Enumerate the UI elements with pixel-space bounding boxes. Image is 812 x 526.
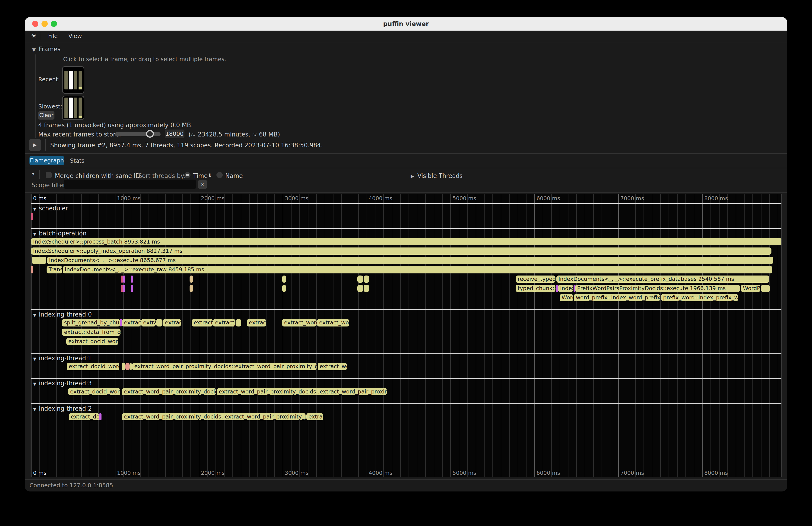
scope-bar[interactable] <box>123 285 125 292</box>
scope-bar[interactable]: extra <box>141 319 156 326</box>
scope-bar[interactable] <box>31 213 33 220</box>
scope-bar[interactable] <box>364 276 369 283</box>
thread-header-batch-operation[interactable]: ▼batch-operation <box>33 229 87 238</box>
max-frames-slider-knob[interactable] <box>146 130 154 138</box>
frame-bar[interactable] <box>74 98 77 118</box>
scope-bar[interactable] <box>99 413 102 420</box>
thread-header-indexing-thread:1[interactable]: ▼indexing-thread:1 <box>33 354 92 363</box>
recent-frames-thumbnail[interactable] <box>62 66 84 93</box>
scope-bar[interactable]: extract_word_pair_proximity_docids::extr… <box>217 388 387 395</box>
scope-bar[interactable] <box>121 276 123 283</box>
sort-time-radio[interactable] <box>185 172 191 178</box>
clear-filter-button[interactable]: x <box>198 179 207 189</box>
scope-bar[interactable] <box>190 276 193 283</box>
scope-bar[interactable]: split_grenad_by_chun <box>62 319 120 326</box>
frame-bar-selected[interactable] <box>69 71 73 89</box>
scope-bar[interactable]: extract_doc <box>69 413 99 420</box>
thread-header-indexing-thread:0[interactable]: ▼indexing-thread:0 <box>33 310 92 319</box>
scope-bar[interactable] <box>761 285 770 292</box>
tab-flamegraph[interactable]: Flamegraph <box>29 156 64 165</box>
scope-bar[interactable] <box>357 276 363 283</box>
scope-bar[interactable]: WordPr <box>741 285 760 292</box>
sort-direction-icon[interactable]: ⬇ <box>208 172 212 178</box>
frame-bar[interactable] <box>64 71 68 89</box>
scope-bar[interactable]: extract_docid_word <box>68 388 120 395</box>
thread-header-indexing-thread:2[interactable]: ▼indexing-thread:2 <box>33 404 92 413</box>
theme-toggle-icon[interactable]: ☀ <box>31 32 37 39</box>
visible-threads-header[interactable]: Visible Threads <box>417 172 463 179</box>
scope-bar[interactable] <box>190 285 193 292</box>
scope-bar[interactable]: Word <box>560 294 573 301</box>
scope-bar[interactable] <box>236 319 241 326</box>
frame-bar[interactable] <box>64 98 68 118</box>
scope-filter-input[interactable] <box>64 179 196 189</box>
scope-bar[interactable] <box>31 266 33 273</box>
menu-file[interactable]: File <box>48 33 58 39</box>
scope-bar[interactable] <box>282 276 286 283</box>
scope-bar[interactable] <box>156 319 162 326</box>
scope-bar[interactable]: PrefixWordPairsProximityDocids::execute … <box>575 285 740 292</box>
scope-bar[interactable] <box>364 285 369 292</box>
frame-bar[interactable] <box>78 71 82 89</box>
slowest-frames-thumbnail[interactable] <box>62 96 84 120</box>
scope-bar[interactable]: extrac <box>306 413 323 420</box>
scope-bar[interactable]: extract_ <box>192 319 213 326</box>
scope-bar[interactable]: IndexScheduler>::apply_index_operation 8… <box>31 247 772 255</box>
scope-bar[interactable]: extract_docid_word <box>67 363 119 370</box>
scope-bar[interactable] <box>556 285 558 292</box>
scope-bar[interactable]: extract_wo <box>318 363 347 370</box>
scope-bar[interactable]: IndexDocuments<_, _>::execute_prefix_dat… <box>556 276 770 283</box>
scope-bar[interactable]: extract <box>122 319 141 326</box>
scope-bar[interactable]: extrac <box>163 319 181 326</box>
scope-bar[interactable]: extract_word_pair_proximity_docids::extr… <box>122 413 306 420</box>
help-button[interactable]: ? <box>31 172 34 179</box>
scope-bar[interactable]: Trans <box>47 266 62 273</box>
scope-bar[interactable] <box>130 363 132 370</box>
scope-bar[interactable]: receive_typed_ <box>516 276 555 283</box>
visible-threads-triangle[interactable]: ▶ <box>411 172 414 179</box>
scope-bar[interactable] <box>282 285 286 292</box>
scope-bar[interactable]: extract_word <box>282 319 317 326</box>
frames-header[interactable]: Frames <box>39 46 60 53</box>
sort-time-label[interactable]: Time <box>193 172 208 179</box>
scope-bar[interactable]: word_prefix::index_word_prefix_ <box>574 294 660 301</box>
play-button[interactable]: ▶ <box>29 139 41 151</box>
frame-bar-selected[interactable] <box>69 98 73 118</box>
scope-bar[interactable] <box>123 276 125 283</box>
sort-name-label[interactable]: Name <box>225 172 243 179</box>
scope-bar[interactable]: extract_word_pair_proximity_docids::extr… <box>132 363 317 370</box>
scope-bar[interactable] <box>120 319 122 326</box>
max-frames-value[interactable]: 18000 <box>165 130 185 138</box>
clear-button[interactable]: Clear <box>38 111 54 120</box>
scope-bar[interactable] <box>121 285 123 292</box>
scope-bar[interactable] <box>131 285 133 292</box>
scope-bar[interactable]: typed_chunk::w <box>516 285 555 292</box>
scope-bar[interactable]: extract_word_pair_proximity_docids <box>122 388 216 395</box>
flamegraph-canvas[interactable]: 0 ms0 ms1000 ms1000 ms2000 ms2000 ms3000… <box>31 194 782 478</box>
frames-collapse-triangle[interactable]: ▼ <box>32 46 36 53</box>
frame-bar[interactable] <box>78 98 82 118</box>
merge-children-label[interactable]: Merge children with same ID <box>55 172 140 179</box>
scope-bar[interactable]: prefix_word::index_prefix_wo <box>661 294 738 301</box>
thread-header-scheduler[interactable]: ▼scheduler <box>33 204 68 213</box>
merge-children-checkbox[interactable] <box>46 172 52 178</box>
scope-bar[interactable] <box>125 363 129 370</box>
scope-bar[interactable]: index <box>558 285 573 292</box>
scope-bar[interactable]: extract::data_from_ob <box>62 328 120 336</box>
scope-bar[interactable]: extract_wo <box>317 319 349 326</box>
scope-bar[interactable] <box>131 276 133 283</box>
menu-view[interactable]: View <box>68 33 82 39</box>
scope-bar[interactable]: IndexDocuments<_, _>::execute 8656.677 m… <box>47 257 773 264</box>
scope-bar[interactable]: IndexScheduler>::process_batch 8953.821 … <box>31 238 782 245</box>
frame-bar[interactable] <box>74 71 77 89</box>
scope-bar[interactable] <box>357 285 363 292</box>
thread-header-indexing-thread:3[interactable]: ▼indexing-thread:3 <box>33 379 92 388</box>
sort-name-radio[interactable] <box>216 172 223 178</box>
scope-bar[interactable] <box>32 257 46 264</box>
scope-bar[interactable] <box>122 363 125 370</box>
scope-bar[interactable]: extract <box>247 319 266 326</box>
scope-bar[interactable]: extract_ <box>213 319 235 326</box>
scope-bar[interactable]: extract_docid_word <box>66 338 118 345</box>
scope-bar[interactable]: IndexDocuments<_, _>::execute_raw 8459.1… <box>63 266 772 273</box>
tab-stats[interactable]: Stats <box>70 157 85 164</box>
